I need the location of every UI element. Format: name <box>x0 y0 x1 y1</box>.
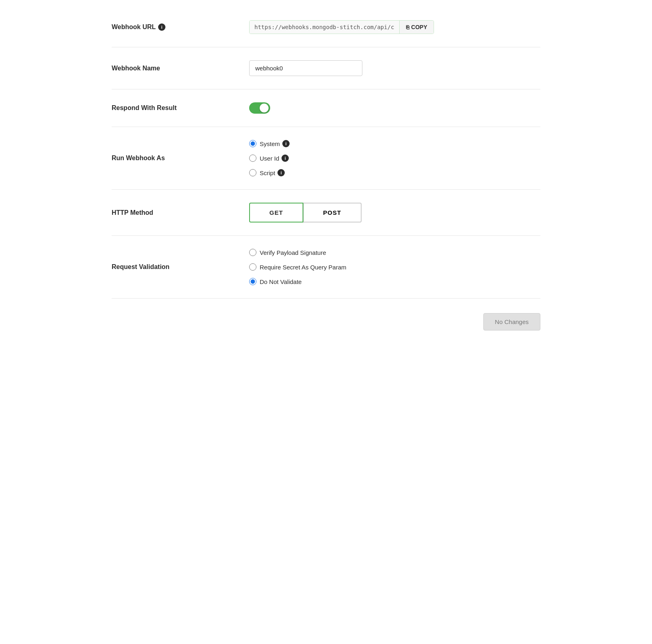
request-validation-row: Request Validation Verify Payload Signat… <box>112 236 540 299</box>
webhook-url-label: Webhook URL i <box>112 23 249 31</box>
http-method-text: HTTP Method <box>112 209 153 216</box>
url-text: https://webhooks.mongodb-stitch.com/api/… <box>250 21 400 34</box>
copy-button[interactable]: ⎘ COPY <box>400 21 434 34</box>
radio-script-text: Script <box>260 169 275 176</box>
run-webhook-as-control: System i User Id i Script i <box>249 140 540 176</box>
request-validation-label: Request Validation <box>112 263 249 271</box>
toggle-wrapper <box>249 102 270 114</box>
post-method-button[interactable]: POST <box>303 203 362 222</box>
http-method-label: HTTP Method <box>112 209 249 216</box>
run-webhook-as-radio-group: System i User Id i Script i <box>249 140 290 176</box>
webhook-name-control <box>249 60 540 76</box>
radio-system-input[interactable] <box>249 140 256 147</box>
request-validation-radio-group: Verify Payload Signature Require Secret … <box>249 249 346 285</box>
radio-userid-input[interactable] <box>249 155 256 162</box>
radio-do-not-validate-label: Do Not Validate <box>260 278 302 285</box>
webhook-url-row: Webhook URL i https://webhooks.mongodb-s… <box>112 12 540 47</box>
radio-userid-label: User Id i <box>260 155 289 162</box>
webhook-url-info-icon: i <box>158 23 165 31</box>
radio-do-not-validate-text: Do Not Validate <box>260 278 302 285</box>
http-method-control: GET POST <box>249 203 540 222</box>
footer-row: No Changes <box>112 299 540 339</box>
run-webhook-as-label: Run Webhook As <box>112 155 249 162</box>
respond-with-result-label: Respond With Result <box>112 104 249 112</box>
webhook-name-label: Webhook Name <box>112 65 249 72</box>
http-method-row: HTTP Method GET POST <box>112 190 540 236</box>
radio-verify-payload-text: Verify Payload Signature <box>260 249 326 256</box>
http-method-group: GET POST <box>249 203 362 222</box>
radio-require-secret-input[interactable] <box>249 263 256 271</box>
webhook-name-row: Webhook Name <box>112 47 540 89</box>
radio-do-not-validate-input[interactable] <box>249 278 256 285</box>
radio-option-do-not-validate[interactable]: Do Not Validate <box>249 278 346 285</box>
radio-system-label: System i <box>260 140 290 147</box>
radio-system-text: System <box>260 140 280 147</box>
radio-option-verify-payload[interactable]: Verify Payload Signature <box>249 249 346 256</box>
radio-require-secret-text: Require Secret As Query Param <box>260 264 346 271</box>
radio-option-system[interactable]: System i <box>249 140 290 147</box>
toggle-switch[interactable] <box>249 102 270 114</box>
webhook-name-text: Webhook Name <box>112 65 160 72</box>
webhook-url-control: https://webhooks.mongodb-stitch.com/api/… <box>249 20 540 34</box>
url-display-wrapper: https://webhooks.mongodb-stitch.com/api/… <box>249 20 434 34</box>
radio-script-input[interactable] <box>249 169 256 176</box>
get-method-button[interactable]: GET <box>249 203 303 222</box>
webhook-url-text: Webhook URL <box>112 23 156 31</box>
radio-option-script[interactable]: Script i <box>249 169 290 176</box>
userid-info-icon: i <box>282 155 289 162</box>
system-info-icon: i <box>282 140 290 147</box>
run-webhook-as-row: Run Webhook As System i User Id i <box>112 127 540 190</box>
request-validation-text: Request Validation <box>112 263 169 271</box>
radio-script-label: Script i <box>260 169 285 176</box>
radio-verify-payload-input[interactable] <box>249 249 256 256</box>
radio-option-userid[interactable]: User Id i <box>249 155 290 162</box>
respond-with-result-control <box>249 102 540 114</box>
script-info-icon: i <box>277 169 285 176</box>
radio-require-secret-label: Require Secret As Query Param <box>260 264 346 271</box>
no-changes-button[interactable]: No Changes <box>483 313 540 330</box>
run-webhook-as-text: Run Webhook As <box>112 155 165 162</box>
respond-with-result-text: Respond With Result <box>112 104 177 112</box>
radio-userid-text: User Id <box>260 155 279 162</box>
toggle-track <box>249 102 270 114</box>
toggle-thumb <box>260 104 269 112</box>
request-validation-control: Verify Payload Signature Require Secret … <box>249 249 540 285</box>
webhook-name-input[interactable] <box>249 60 362 76</box>
radio-option-require-secret[interactable]: Require Secret As Query Param <box>249 263 346 271</box>
copy-icon: ⎘ <box>406 24 409 30</box>
radio-verify-payload-label: Verify Payload Signature <box>260 249 326 256</box>
copy-label: COPY <box>411 24 428 30</box>
respond-with-result-row: Respond With Result <box>112 89 540 127</box>
